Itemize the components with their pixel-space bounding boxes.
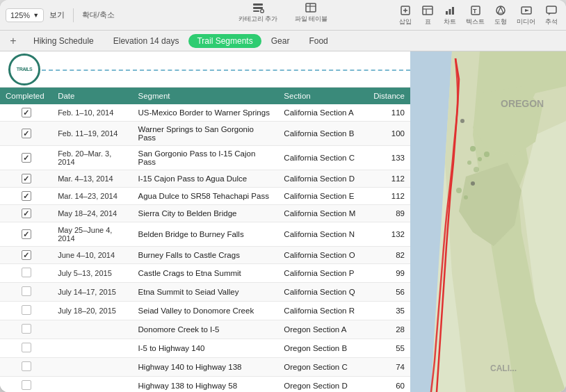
category-add-icon [252,1,264,14]
cell-distance: 56 [366,283,410,302]
chart-icon [444,4,456,17]
tab-gear[interactable]: Gear [261,33,300,49]
cell-section: California Section N [278,222,366,247]
cell-distance: 132 [366,222,410,247]
svg-rect-12 [423,6,432,15]
cell-date: May 18–24, 2014 [52,205,132,222]
svg-point-35 [471,181,475,186]
cell-section: California Section O [278,247,366,264]
cell-section: California Section D [278,170,366,188]
checkbox[interactable]: ✓ [22,129,31,138]
table-row: ✓ Feb. 20–Mar. 3, 2014 San Gorgonio Pass… [0,146,410,170]
checkbox[interactable]: ✓ [22,250,31,260]
cell-completed[interactable] [0,358,52,377]
cell-section: California Section M [278,205,366,222]
checkbox[interactable] [22,343,31,352]
cell-date [52,358,132,377]
checkbox[interactable] [22,268,31,277]
cell-segment: Castle Crags to Etna Summit [133,264,279,283]
add-tab-button[interactable]: + [6,33,21,49]
checkbox[interactable]: ✓ [22,174,31,183]
cell-distance: 55 [366,339,410,358]
cell-date: July 18–20, 2015 [52,302,132,320]
view-button[interactable]: 보기 [49,10,65,20]
table-row: Highway 140 to Highway 138 Oregon Sectio… [0,358,410,377]
cell-distance: 60 [366,377,410,393]
shape-group[interactable]: 도형 [494,4,507,26]
category-add-group[interactable]: 카테고리 추가 [238,1,278,24]
zoom-control[interactable]: 125% ▼ [6,8,44,22]
table-row: ✓ Mar. 14–23, 2014 Agua Dulce to SR58 Te… [0,188,410,205]
insert-icon [399,4,412,17]
oregon-label: OREGON [501,98,544,109]
cell-completed[interactable]: ✓ [0,146,52,170]
table-body: ✓ Feb. 1–10, 2014 US-Mexico Border to Wa… [0,104,410,392]
cell-section: California Section P [278,264,366,283]
tab-food[interactable]: Food [299,33,337,49]
cell-section: California Section R [278,302,366,320]
cell-completed[interactable]: ✓ [0,122,52,146]
checkbox[interactable]: ✓ [22,108,31,117]
col-completed: Completed [0,88,52,104]
cell-completed[interactable] [0,283,52,302]
table-add-group[interactable]: 파일 테이블 [295,1,328,24]
cell-section: Oregon Section C [278,358,366,377]
table-group[interactable]: 표 [421,4,434,26]
col-section: Section [278,88,366,104]
table-row: July 18–20, 2015 Seiad Valley to Donomor… [0,302,410,320]
checkbox[interactable]: ✓ [22,153,31,163]
cell-date [52,377,132,393]
checkbox[interactable] [22,305,31,315]
shape-icon [494,4,507,17]
checkbox[interactable]: ✓ [22,191,31,201]
tab-trail-segments[interactable]: Trail Segments [188,34,261,48]
svg-point-27 [470,146,476,152]
cell-segment: Sierra City to Belden Bridge [133,205,279,222]
table-row: ✓ Feb. 1–10, 2014 US-Mexico Border to Wa… [0,104,410,122]
cell-completed[interactable] [0,377,52,393]
table-row: ✓ June 4–10, 2014 Burney Falls to Castle… [0,247,410,264]
checkbox[interactable] [22,286,31,296]
svg-point-28 [478,157,482,161]
logo-circle: TRAILS [8,54,40,85]
cell-segment: Etna Summit to Seiad Valley [133,283,279,302]
svg-rect-24 [547,6,556,13]
dashed-line [42,70,410,71]
checkbox[interactable]: ✓ [22,229,31,239]
cell-distance: 99 [366,264,410,283]
chart-group[interactable]: 차트 [444,4,456,26]
checkbox[interactable] [22,324,31,334]
cell-completed[interactable] [0,339,52,358]
tab-hiking-schedule[interactable]: Hiking Schedule [24,33,104,49]
checkbox[interactable] [22,361,31,371]
cell-completed[interactable] [0,302,52,320]
media-group[interactable]: 미디어 [517,4,535,26]
cell-completed[interactable] [0,264,52,283]
cell-segment: US-Mexico Border to Warner Springs [133,104,279,122]
cell-completed[interactable]: ✓ [0,247,52,264]
svg-point-34 [460,119,464,123]
cell-completed[interactable] [0,320,52,339]
comment-group[interactable]: 추석 [545,4,558,26]
insert-group[interactable]: 삽입 [399,4,412,26]
col-distance: Distance [366,88,410,104]
text-group[interactable]: T 텍스트 [466,4,485,26]
svg-point-29 [484,152,490,157]
toolbar-divider [73,8,74,22]
svg-marker-21 [498,7,503,13]
cell-segment: San Gorgonio Pass to I-15 Cajon Pass [133,146,279,170]
cell-section: Oregon Section D [278,377,366,393]
checkbox[interactable] [22,380,31,390]
cell-distance: 74 [366,358,410,377]
toolbar-center-groups: 카테고리 추가 파일 테이블 [238,1,328,24]
cell-completed[interactable]: ✓ [0,188,52,205]
cell-completed[interactable]: ✓ [0,222,52,247]
checkbox[interactable]: ✓ [22,209,31,218]
cell-completed[interactable]: ✓ [0,104,52,122]
cell-date: Mar. 4–13, 2014 [52,170,132,188]
table-row: ✓ Mar. 4–13, 2014 I-15 Cajon Pass to Agu… [0,170,410,188]
cell-completed[interactable]: ✓ [0,170,52,188]
tab-elevation[interactable]: Elevation 14 days [104,33,189,49]
table-row: ✓ Feb. 11–19, 2014 Warner Springs to San… [0,122,410,146]
cell-completed[interactable]: ✓ [0,205,52,222]
